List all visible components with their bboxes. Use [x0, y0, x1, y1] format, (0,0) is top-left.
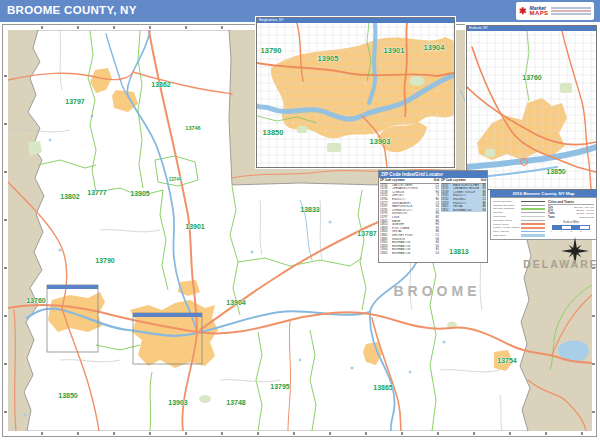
zip-label: 13797 — [65, 98, 84, 105]
zip-label: 13802 — [60, 193, 79, 200]
page-title: BROOME COUNTY, NY — [7, 4, 137, 16]
inset-binghamton: Binghamton, NY — [256, 17, 455, 168]
frame-ticks-left — [4, 29, 7, 432]
zip-label: 13850 — [263, 128, 284, 137]
zip-label: 13903 — [370, 137, 391, 146]
zip-label: 13760 — [26, 297, 45, 304]
logo-star-icon: ✱ — [519, 7, 527, 16]
zip-label: 13790 — [95, 257, 114, 264]
zip-label: 13746 — [185, 125, 200, 131]
county-label: BROOME — [394, 283, 481, 299]
inset-endicott-map — [467, 31, 596, 189]
zip-label: 13748 — [226, 399, 245, 406]
zip-label: 13903 — [168, 399, 187, 406]
zip-label: 13865 — [373, 384, 392, 391]
zip-label: 13901 — [185, 223, 204, 230]
legend-item: Water Body — [493, 234, 545, 238]
zip-label: 13754 — [497, 357, 516, 364]
legend-box: County BoundaryTownship BoundaryZIP Code… — [490, 197, 597, 240]
scale-bar: Scale in Miles 01234 — [548, 221, 594, 232]
logo-name-bottom: MAPS — [530, 11, 549, 16]
zip-label: 13744 — [169, 177, 182, 182]
cities-towns-title: Cities and Towns — [548, 200, 594, 205]
zip-index-body: ZIP CodeCity NameGrid13744CASTLE CREEKC2… — [379, 178, 487, 256]
zip-label: 13862 — [151, 81, 170, 88]
zip-label: 13795 — [270, 383, 289, 390]
scale-label: Scale in Miles — [548, 221, 594, 224]
city-size-row: Townunder 10,000 — [548, 216, 594, 219]
legend-titlebar: 2016 Broome County, NY Map — [490, 190, 597, 197]
zip-label: 13850 — [546, 168, 565, 175]
frame-ticks-bottom — [7, 432, 592, 435]
zip-index-row: 13902BINGHAMTONE4 — [441, 209, 486, 213]
zip-label: 13904 — [424, 43, 445, 52]
inset-endicott: Endicott, NY — [466, 25, 597, 190]
zip-label: 13777 — [87, 189, 106, 196]
zip-label: 13760 — [522, 74, 541, 81]
zip-index-title: ZIP Code Index/Grid Locator — [379, 171, 487, 178]
zip-index-table: ZIP Code Index/Grid Locator ZIP CodeCity… — [378, 170, 488, 263]
zip-label: 13850 — [58, 392, 77, 399]
zip-index-row: 13905BINGHAMTOND4 — [380, 252, 439, 256]
marketmaps-logo: ✱ Market MAPS — [516, 2, 594, 20]
zip-label: 13787 — [357, 230, 376, 237]
legend-symbol-list: County BoundaryTownship BoundaryZIP Code… — [493, 200, 545, 238]
zip-label: 13905 — [130, 190, 149, 197]
legend-cities-panel: Cities and Towns City100,000 - 249,999Ci… — [548, 200, 594, 238]
zip-label: 13790 — [261, 46, 282, 55]
zip-label: 13904 — [226, 299, 245, 306]
zip-label: 13833 — [300, 206, 319, 213]
county-label: DELAWARE — [523, 258, 599, 270]
map-sheet: BROOME COUNTY, NY ✱ Market MAPS — [0, 0, 600, 440]
logo-tagline-bars — [551, 7, 591, 15]
zip-label: 13813 — [449, 248, 468, 255]
zip-label: 13901 — [384, 46, 405, 55]
zip-label: 13905 — [318, 54, 339, 63]
